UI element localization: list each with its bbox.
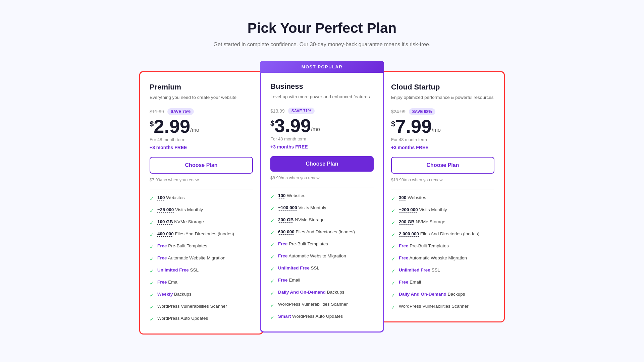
price-main-cloud: $ 7.99 /mo (391, 117, 494, 136)
plans-container: Premium Everything you need to create yo… (121, 61, 523, 335)
most-popular-badge: MOST POPULAR (260, 61, 384, 73)
check-icon: ✓ (150, 267, 154, 275)
check-icon: ✓ (270, 278, 275, 285)
check-icon: ✓ (391, 195, 395, 202)
check-icon: ✓ (270, 290, 275, 297)
renew-price-business: $8.99/mo when you renew (270, 176, 374, 180)
feature-bold: Free (278, 278, 288, 283)
feature-list-cloud: ✓ 300 Websites ✓ ~200 000 Visits Monthly… (391, 195, 494, 311)
feature-highlight: ~100 000 (278, 205, 297, 210)
price-per-premium: /mo (190, 127, 199, 133)
feature-text: Free Email (157, 279, 179, 286)
feature-item: ✓ WordPress Auto Updates (150, 315, 253, 323)
feature-text: Free Automatic Website Migration (278, 253, 346, 259)
check-icon: ✓ (391, 267, 395, 275)
check-icon: ✓ (270, 314, 275, 321)
feature-bold: Free (399, 243, 409, 248)
plan-card-cloud: Cloud Startup Enjoy optimized performanc… (381, 71, 505, 322)
plan-name-premium: Premium (150, 83, 253, 92)
feature-text: Daily And On-Demand Backups (278, 289, 344, 296)
choose-plan-button-premium[interactable]: Choose Plan (150, 157, 253, 174)
feature-text: WordPress Vulnerabilities Scanner (157, 303, 227, 310)
save-badge-cloud: SAVE 68% (409, 108, 435, 115)
feature-text: 100 GB NVMe Storage (157, 219, 204, 225)
check-icon: ✓ (391, 304, 395, 311)
check-icon: ✓ (391, 243, 395, 250)
feature-item: ✓ Weekly Backups (150, 291, 253, 299)
check-icon: ✓ (270, 217, 275, 224)
feature-item: ✓ 100 Websites (270, 193, 374, 200)
feature-item: ✓ Unlimited Free SSL (150, 267, 253, 275)
choose-plan-button-cloud[interactable]: Choose Plan (391, 157, 494, 174)
original-price-business: $13.99 (270, 108, 285, 114)
feature-item: ✓ Free Pre-Built Templates (270, 241, 374, 248)
check-icon: ✓ (150, 243, 154, 250)
check-icon: ✓ (150, 304, 154, 311)
feature-highlight: 100 (157, 195, 165, 200)
pricing-row-premium: $11.99 SAVE 75% (150, 108, 253, 115)
plan-name-business: Business (270, 82, 374, 91)
feature-item: ✓ 100 Websites (150, 195, 253, 202)
check-icon: ✓ (150, 231, 154, 238)
price-term-cloud: For 48 month term (391, 137, 494, 142)
page-header: Pick Your Perfect Plan Get started in co… (214, 20, 431, 48)
feature-text: Daily And On-Demand Backups (399, 291, 465, 298)
feature-bold: Free (399, 255, 409, 260)
feature-bold: Free (278, 253, 288, 258)
feature-text: ~100 000 Visits Monthly (278, 205, 326, 211)
feature-item: ✓ Free Pre-Built Templates (150, 243, 253, 250)
feature-item: ✓ 100 GB NVMe Storage (150, 219, 253, 226)
feature-list-premium: ✓ 100 Websites ✓ ~25 000 Visits Monthly … (150, 195, 253, 323)
feature-text: Free Pre-Built Templates (399, 243, 449, 249)
choose-plan-button-business[interactable]: Choose Plan (270, 156, 374, 172)
feature-item: ✓ Daily And On-Demand Backups (391, 291, 494, 299)
price-term-business: For 48 month term (270, 136, 374, 141)
check-icon: ✓ (391, 255, 395, 262)
feature-item: ✓ 200 GB NVMe Storage (391, 219, 494, 226)
feature-bold: Smart (278, 314, 291, 319)
plan-card-business: MOST POPULAR Business Level-up with more… (260, 61, 384, 333)
feature-bold: Unlimited Free (399, 267, 430, 273)
price-dollar-business: $ (270, 119, 274, 128)
feature-text: 100 Websites (278, 193, 306, 199)
original-price-cloud: $24.99 (391, 109, 406, 114)
feature-item: ✓ Free Automatic Website Migration (150, 255, 253, 262)
check-icon: ✓ (391, 292, 395, 299)
divider-premium (150, 189, 253, 189)
feature-item: ✓ Free Email (270, 277, 374, 285)
original-price-premium: $11.99 (150, 109, 164, 114)
feature-item: ✓ 400 000 Files And Directories (inodes) (150, 231, 253, 238)
feature-highlight: 2 000 000 (399, 231, 419, 236)
feature-highlight: ~25 000 (157, 207, 174, 212)
feature-text: 2 000 000 Files And Directories (inodes) (399, 231, 479, 237)
feature-bold: Free (157, 243, 167, 248)
renew-price-cloud: $19.99/mo when you renew (391, 178, 494, 182)
feature-item: ✓ 200 GB NVMe Storage (270, 217, 374, 224)
feature-text: Smart WordPress Auto Updates (278, 313, 343, 320)
divider-cloud (391, 189, 494, 189)
pricing-row-business: $13.99 SAVE 71% (270, 108, 374, 114)
feature-item: ✓ Free Email (391, 279, 494, 287)
plan-description-business: Level-up with more power and enhanced fe… (270, 94, 374, 100)
plan-description-cloud: Enjoy optimized performance & powerful r… (391, 94, 494, 101)
feature-highlight: 200 GB (278, 217, 294, 222)
page-title: Pick Your Perfect Plan (214, 20, 431, 36)
feature-bold: Free (157, 280, 167, 285)
price-per-business: /mo (311, 126, 320, 132)
plan-name-cloud: Cloud Startup (391, 83, 494, 92)
feature-item: ✓ ~200 000 Visits Monthly (391, 207, 494, 214)
feature-text: ~200 000 Visits Monthly (399, 207, 447, 213)
feature-text: 300 Websites (399, 195, 426, 201)
feature-text: WordPress Vulnerabilities Scanner (278, 301, 348, 308)
price-dollar-cloud: $ (391, 120, 395, 128)
feature-text: Unlimited Free SSL (399, 267, 440, 274)
feature-highlight: 100 GB (157, 219, 173, 224)
check-icon: ✓ (270, 265, 275, 273)
check-icon: ✓ (270, 241, 275, 248)
check-icon: ✓ (150, 292, 154, 299)
check-icon: ✓ (270, 193, 275, 200)
save-badge-business: SAVE 71% (288, 108, 315, 114)
check-icon: ✓ (270, 253, 275, 260)
check-icon: ✓ (150, 280, 154, 287)
feature-text: Unlimited Free SSL (157, 267, 199, 274)
